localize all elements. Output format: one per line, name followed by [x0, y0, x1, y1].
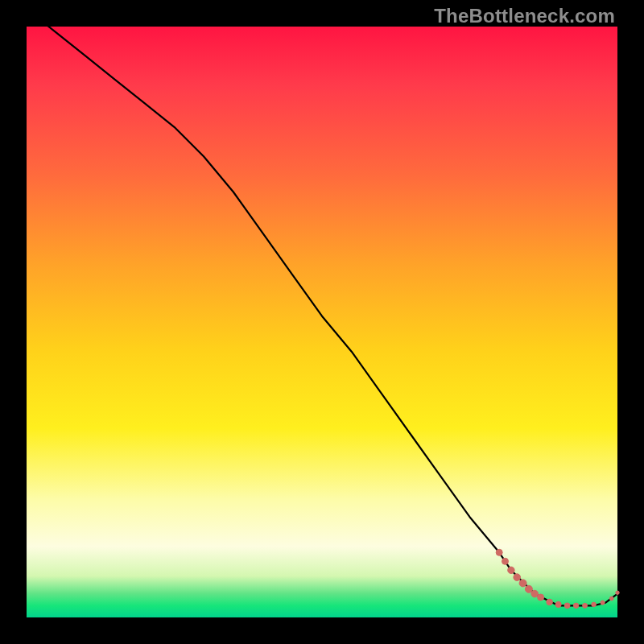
chart-overlay — [27, 27, 617, 617]
data-point-16 — [616, 591, 619, 594]
data-point-4 — [519, 580, 526, 587]
data-point-15 — [609, 597, 613, 601]
data-point-5 — [525, 585, 532, 592]
data-point-6 — [531, 590, 539, 597]
data-point-1 — [502, 558, 509, 564]
data-point-13 — [592, 602, 597, 607]
data-point-7 — [538, 594, 544, 601]
data-point-3 — [514, 574, 521, 581]
bottleneck-curve — [27, 9, 617, 605]
data-point-10 — [564, 603, 570, 609]
watermark-text: TheBottleneck.com — [434, 5, 615, 27]
data-point-0 — [496, 549, 502, 555]
data-point-9 — [555, 601, 561, 607]
data-point-2 — [508, 567, 514, 573]
data-point-8 — [547, 599, 553, 605]
chart-frame: TheBottleneck.com — [0, 0, 644, 644]
data-point-12 — [583, 603, 588, 608]
data-point-14 — [601, 601, 605, 605]
marker-layer — [496, 549, 619, 608]
data-point-11 — [573, 603, 578, 608]
